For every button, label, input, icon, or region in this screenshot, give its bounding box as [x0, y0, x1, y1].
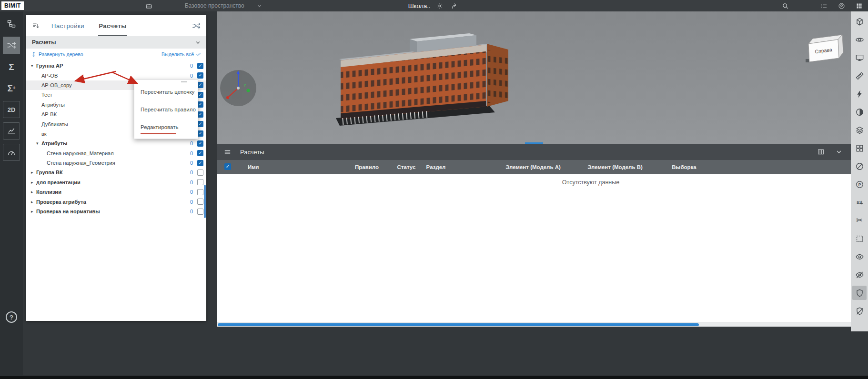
tree-item-count: 0: [190, 199, 193, 205]
tree-item-checkbox[interactable]: ✓: [197, 160, 203, 166]
tree-item-label: вк: [41, 131, 47, 137]
tree-item-checkbox[interactable]: [197, 209, 203, 215]
context-menu-item[interactable]: Пересчитать цепочку: [134, 83, 198, 100]
column-header: Выборка: [672, 164, 696, 170]
tree-row[interactable]: Проверка атрибута0: [26, 197, 206, 206]
tree-item-label: Стена наружная_Геометрия: [47, 160, 115, 166]
list-options-icon[interactable]: [32, 22, 44, 30]
show-eye-icon[interactable]: [852, 249, 867, 264]
storey-s1-icon[interactable]: S1: [852, 195, 867, 209]
expand-arrow-icon[interactable]: [31, 199, 36, 204]
contrast-icon[interactable]: [852, 105, 867, 119]
viewport-3d-canvas[interactable]: Y Справа: [217, 11, 851, 144]
hide-eye-off-icon[interactable]: [852, 268, 867, 282]
tree-item-checkbox[interactable]: ✓: [197, 72, 203, 79]
tree-row[interactable]: Стена наружная_Геометрия0✓: [26, 158, 206, 168]
dashboard-gauge-icon[interactable]: [3, 144, 20, 161]
tab-settings[interactable]: Настройки: [44, 15, 91, 36]
collapse-chevron-icon[interactable]: [834, 147, 844, 157]
2d-view-icon[interactable]: 2D: [3, 101, 20, 118]
hamburger-icon[interactable]: [223, 148, 232, 156]
menu-list-icon[interactable]: [818, 0, 829, 11]
context-menu-item[interactable]: Пересчитать правило: [134, 100, 198, 118]
select-all-button[interactable]: Выделить всё: [161, 51, 202, 57]
shield-off-icon[interactable]: [852, 304, 867, 318]
checks-shuffle-icon[interactable]: [3, 37, 20, 54]
collapse-arrow-icon[interactable]: [36, 141, 41, 146]
calculations-panel: Расчеты ✓ ИмяПравилоСтатусРазделЭлемент …: [217, 144, 851, 327]
axis-gizmo[interactable]: Y: [217, 67, 260, 110]
view-cube-icon[interactable]: [852, 14, 867, 29]
tree-item-checkbox[interactable]: [197, 199, 203, 205]
collapse-arrow-icon[interactable]: [31, 63, 36, 68]
tree-item-label: АР-ОВ: [41, 73, 58, 79]
sigma-icon[interactable]: Σ: [3, 58, 20, 75]
grid-views-icon[interactable]: [852, 141, 867, 155]
orbit-icon[interactable]: [852, 32, 867, 47]
tree-row[interactable]: Группа ВК0: [26, 168, 206, 177]
tree-row[interactable]: Стена наружная_Материал0✓: [26, 149, 206, 158]
section-circle-icon[interactable]: [852, 159, 867, 173]
expand-arrow-icon[interactable]: [31, 180, 36, 185]
column-header: Имя: [248, 164, 259, 170]
tree-item-label: Дубликаты: [41, 121, 68, 127]
svg-text:S1: S1: [857, 200, 861, 204]
model-tree-icon[interactable]: [3, 15, 20, 32]
apps-grid-icon[interactable]: [854, 0, 864, 11]
tab-calculations[interactable]: Расчеты: [91, 15, 134, 36]
measure-ruler-icon[interactable]: [852, 69, 867, 83]
context-menu-item[interactable]: Редактировать: [134, 118, 198, 136]
selection-box-icon[interactable]: [852, 231, 867, 246]
tree-item-label: Стена наружная_Материал: [47, 150, 114, 156]
expand-tree-button[interactable]: Развернуть дерево: [31, 51, 83, 57]
workspace-selector[interactable]: Базовое пространство: [185, 2, 262, 9]
tree-item-label: АР-ВК: [41, 111, 57, 117]
tree-row[interactable]: Коллизии0: [26, 187, 206, 197]
cut-scissors-icon[interactable]: ✂: [852, 213, 867, 228]
topbar: BiMiT Базовое пространство Школа..: [0, 0, 868, 11]
tree-row[interactable]: Атрибуты0✓: [26, 139, 206, 148]
section-title: Расчеты: [32, 39, 56, 46]
share-icon[interactable]: [449, 0, 460, 11]
column-header: Элемент (Модель B): [587, 164, 643, 170]
vertical-scrollbar-thumb[interactable]: [204, 185, 206, 218]
tree-item-checkbox[interactable]: ✓: [197, 63, 203, 69]
tree-row[interactable]: Группа АР0✓: [26, 61, 206, 70]
plan-p-icon[interactable]: P: [852, 177, 867, 191]
help-icon[interactable]: ?: [6, 311, 17, 323]
shuffle-icon[interactable]: [192, 21, 201, 30]
tree-row[interactable]: АР-ОВ0✓: [26, 70, 206, 80]
expand-arrow-icon[interactable]: [31, 209, 36, 214]
graphs-icon[interactable]: [3, 122, 20, 140]
table-header-row: ✓ ИмяПравилоСтатусРазделЭлемент (Модель …: [217, 160, 851, 174]
tree-item-checkbox[interactable]: [197, 189, 203, 195]
isolate-shield-icon[interactable]: [852, 286, 867, 300]
horizontal-scrollbar-thumb[interactable]: [218, 323, 699, 326]
tree-item-checkbox[interactable]: [197, 179, 203, 185]
right-toolbar: PS1✂: [851, 11, 868, 331]
expand-arrows-icon: [31, 51, 37, 57]
expand-arrow-icon[interactable]: [31, 190, 36, 194]
horizontal-scrollbar-track[interactable]: [217, 323, 851, 327]
expand-arrow-icon[interactable]: [31, 170, 36, 175]
account-icon[interactable]: [836, 0, 847, 11]
settings-gear-icon[interactable]: [434, 0, 445, 11]
columns-icon[interactable]: [816, 147, 826, 157]
navigation-cube[interactable]: Справа: [803, 31, 850, 70]
select-all-checkbox[interactable]: ✓: [224, 163, 231, 170]
tree-item-checkbox[interactable]: ✓: [197, 140, 203, 147]
project-title: Школа..: [408, 2, 431, 10]
tree-item-checkbox[interactable]: [197, 170, 203, 176]
quick-actions-lightning-icon[interactable]: [852, 87, 867, 101]
search-icon[interactable]: [780, 0, 790, 11]
section-collapse-header[interactable]: Расчеты: [26, 36, 206, 49]
layers-icon[interactable]: [852, 123, 867, 137]
tree-item-count: 0: [190, 180, 193, 185]
table-body: Отсутствуют данные: [217, 174, 851, 323]
screen-icon[interactable]: [852, 50, 867, 65]
tree-row[interactable]: для презентации0: [26, 178, 206, 187]
tree-item-checkbox[interactable]: ✓: [197, 150, 203, 156]
tree-row[interactable]: Проверка на нормативы0: [26, 207, 206, 216]
sigma-plus-icon[interactable]: Σ+: [3, 80, 20, 97]
briefcase-icon[interactable]: [144, 0, 154, 11]
